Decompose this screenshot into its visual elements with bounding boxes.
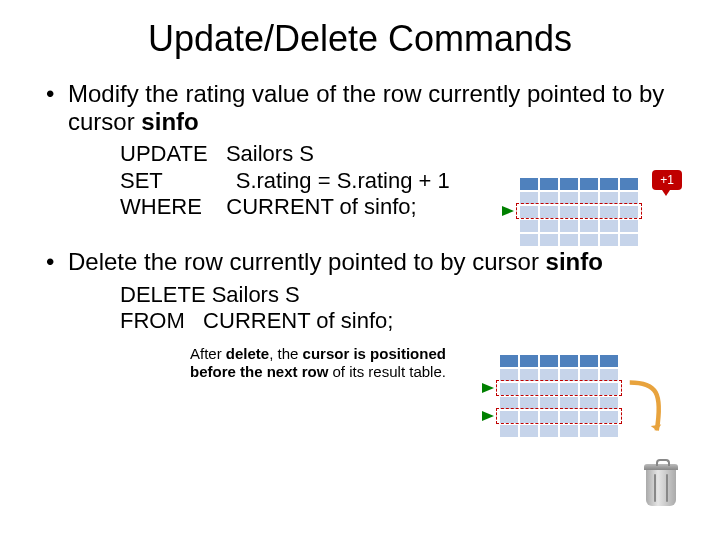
note-mid: , the [269,345,302,362]
bullet-delete-text: Delete the row currently pointed to by c… [68,248,546,275]
slide-title: Update/Delete Commands [40,18,680,60]
note-post: of its result table. [328,363,446,380]
bullet-delete: Delete the row currently pointed to by c… [40,248,680,276]
table-delete [500,355,618,437]
bullet-delete-cursor: sinfo [546,248,603,275]
table-update [520,178,638,246]
cursor-pointer-delete-2 [482,411,494,421]
note-pre: After [190,345,226,362]
note-bold-delete: delete [226,345,269,362]
note-after-delete: After delete, the cursor is positioned b… [190,345,490,381]
trash-icon [642,464,680,510]
arrow-to-trash [620,378,674,438]
bullet-update-cursor: sinfo [141,108,198,135]
cursor-pointer-update [502,206,514,216]
cursor-pointer-delete-1 [482,383,494,393]
bullet-update: Modify the rating value of the row curre… [40,80,680,135]
plus-one-bubble: +1 [652,170,682,190]
code-delete: DELETE Sailors S FROM CURRENT of sinfo; [120,282,680,335]
